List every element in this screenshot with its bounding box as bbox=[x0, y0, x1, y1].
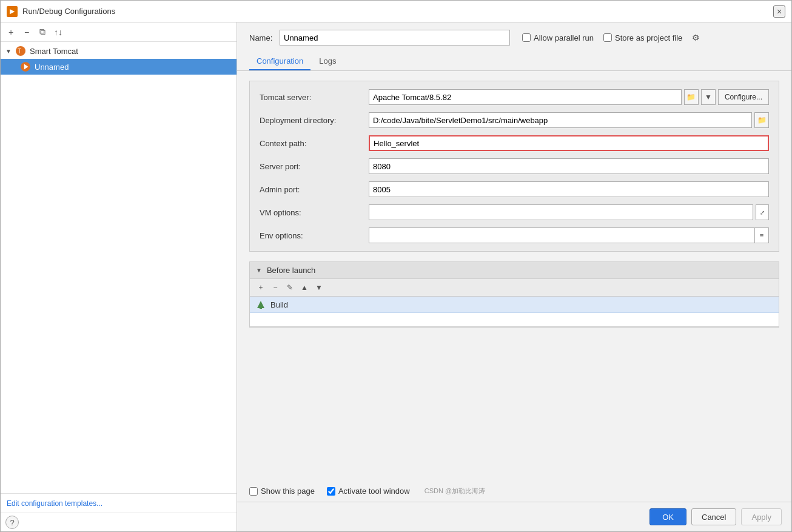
add-config-button[interactable]: + bbox=[4, 25, 18, 39]
env-options-row: Env options: ≡ bbox=[260, 227, 769, 244]
dialog-title: Run/Debug Configurations bbox=[22, 7, 773, 16]
ok-button[interactable]: OK bbox=[649, 508, 686, 525]
tree-item-unnamed[interactable]: Unnamed bbox=[1, 59, 237, 75]
vm-options-row: VM options: ⤢ bbox=[260, 204, 769, 221]
config-item-icon bbox=[20, 61, 31, 72]
right-panel: Name: Allow parallel run Store as projec… bbox=[237, 22, 791, 531]
before-launch-list: Build bbox=[250, 297, 779, 327]
show-page-label: Show this page bbox=[261, 487, 315, 496]
tabs-bar: Configuration Logs bbox=[237, 53, 791, 71]
expand-arrow-icon: ▼ bbox=[5, 48, 15, 55]
build-icon bbox=[256, 300, 266, 309]
tree-group-tomcat: ▼ T Smart Tomcat Unnamed bbox=[1, 42, 237, 76]
tab-logs[interactable]: Logs bbox=[312, 53, 343, 70]
before-launch-item[interactable]: Build bbox=[250, 297, 779, 313]
app-icon: ▶ bbox=[7, 6, 18, 17]
tab-configuration[interactable]: Configuration bbox=[249, 53, 310, 70]
tomcat-server-input-group: 📁 ▼ Configure... bbox=[369, 89, 769, 105]
watermark: CSDN @加勒比海涛 bbox=[425, 487, 485, 496]
env-edit-button[interactable]: ≡ bbox=[754, 227, 769, 243]
tree-item-label: Unnamed bbox=[35, 62, 69, 72]
configure-button[interactable]: Configure... bbox=[718, 89, 769, 105]
help-button[interactable]: ? bbox=[5, 516, 19, 529]
cancel-button[interactable]: Cancel bbox=[691, 508, 736, 525]
context-path-input[interactable] bbox=[369, 135, 769, 151]
allow-parallel-checkbox[interactable] bbox=[522, 33, 531, 42]
gear-button[interactable]: ⚙ bbox=[692, 33, 700, 42]
form-area: Tomcat server: 📁 ▼ Configure... Deployme… bbox=[237, 71, 791, 480]
server-port-input[interactable] bbox=[369, 158, 769, 174]
vm-options-group: ⤢ bbox=[369, 204, 769, 220]
vm-expand-button[interactable]: ⤢ bbox=[756, 204, 769, 220]
activate-window-checkbox[interactable] bbox=[327, 487, 335, 496]
remove-config-button[interactable]: − bbox=[20, 25, 33, 39]
vm-options-label: VM options: bbox=[260, 208, 369, 217]
bl-down-button[interactable]: ▼ bbox=[313, 281, 325, 294]
sidebar-footer: Edit configuration templates... bbox=[1, 493, 237, 513]
before-launch-header[interactable]: ▼ Before launch bbox=[250, 262, 779, 279]
before-launch-section: ▼ Before launch + − ✎ ▲ ▼ bbox=[249, 261, 779, 328]
tomcat-dropdown-button[interactable]: ▼ bbox=[701, 89, 716, 105]
deployment-dir-input[interactable] bbox=[369, 112, 752, 128]
vm-options-input[interactable] bbox=[369, 204, 753, 220]
deployment-dir-row: Deployment directory: 📁 bbox=[260, 112, 769, 129]
apply-button[interactable]: Apply bbox=[741, 508, 782, 525]
tomcat-server-input[interactable] bbox=[369, 89, 682, 105]
activate-window-checkbox-label[interactable]: Activate tool window bbox=[327, 487, 410, 496]
store-project-label[interactable]: Store as project file bbox=[603, 33, 682, 42]
activate-window-label: Activate tool window bbox=[338, 487, 410, 496]
context-path-row: Context path: bbox=[260, 135, 769, 152]
tomcat-icon: T bbox=[15, 45, 26, 56]
store-project-checkbox[interactable] bbox=[603, 33, 612, 42]
server-port-row: Server port: bbox=[260, 158, 769, 175]
tree-group-label: Smart Tomcat bbox=[30, 47, 78, 56]
tomcat-folder-button[interactable]: 📁 bbox=[684, 89, 699, 105]
show-page-checkbox[interactable] bbox=[249, 487, 258, 496]
svg-rect-5 bbox=[260, 307, 262, 309]
copy-config-button[interactable]: ⧉ bbox=[36, 25, 49, 39]
bl-add-button[interactable]: + bbox=[255, 281, 267, 294]
env-options-group: ≡ bbox=[369, 227, 769, 243]
tomcat-server-row: Tomcat server: 📁 ▼ Configure... bbox=[260, 89, 769, 106]
deployment-dir-label: Deployment directory: bbox=[260, 116, 369, 125]
sort-config-button[interactable]: ↑↓ bbox=[52, 25, 65, 39]
config-section: Tomcat server: 📁 ▼ Configure... Deployme… bbox=[249, 81, 779, 252]
tree-group-header[interactable]: ▼ T Smart Tomcat bbox=[1, 43, 237, 59]
env-options-input[interactable] bbox=[369, 227, 754, 243]
before-launch-label: Before launch bbox=[267, 266, 315, 275]
name-row: Name: Allow parallel run Store as projec… bbox=[237, 22, 791, 50]
title-bar: ▶ Run/Debug Configurations × bbox=[1, 1, 791, 22]
sidebar-toolbar: + − ⧉ ↑↓ bbox=[1, 22, 237, 42]
close-button[interactable]: × bbox=[773, 5, 785, 18]
deployment-folder-button[interactable]: 📁 bbox=[754, 112, 769, 128]
sidebar-help: ? bbox=[1, 513, 237, 531]
admin-port-label: Admin port: bbox=[260, 185, 369, 194]
context-path-label: Context path: bbox=[260, 139, 369, 148]
bl-remove-button[interactable]: − bbox=[269, 281, 281, 294]
sidebar: + − ⧉ ↑↓ ▼ T Smart Tomcat bbox=[1, 22, 237, 531]
build-item-label: Build bbox=[270, 300, 288, 309]
run-debug-dialog: ▶ Run/Debug Configurations × + − ⧉ ↑↓ ▼ bbox=[0, 0, 792, 532]
main-content: + − ⧉ ↑↓ ▼ T Smart Tomcat bbox=[1, 22, 791, 531]
before-launch-toolbar: + − ✎ ▲ ▼ bbox=[250, 279, 779, 297]
admin-port-row: Admin port: bbox=[260, 181, 769, 198]
bottom-checkboxes: Show this page Activate tool window CSDN… bbox=[237, 480, 791, 502]
name-label: Name: bbox=[249, 33, 274, 42]
server-port-label: Server port: bbox=[260, 162, 369, 171]
deployment-dir-input-group: 📁 bbox=[369, 112, 769, 128]
edit-templates-link[interactable]: Edit configuration templates... bbox=[7, 499, 102, 508]
bl-edit-button[interactable]: ✎ bbox=[284, 281, 296, 294]
name-input[interactable] bbox=[280, 30, 510, 45]
show-page-checkbox-label[interactable]: Show this page bbox=[249, 487, 315, 496]
name-options: Allow parallel run Store as project file… bbox=[522, 33, 700, 42]
allow-parallel-label[interactable]: Allow parallel run bbox=[522, 33, 594, 42]
bottom-buttons: OK Cancel Apply bbox=[237, 502, 791, 531]
tomcat-server-label: Tomcat server: bbox=[260, 93, 369, 102]
admin-port-input[interactable] bbox=[369, 181, 769, 197]
svg-text:T: T bbox=[18, 48, 21, 55]
before-launch-arrow-icon: ▼ bbox=[256, 267, 262, 274]
env-options-label: Env options: bbox=[260, 231, 369, 240]
bl-up-button[interactable]: ▲ bbox=[298, 281, 310, 294]
sidebar-tree: ▼ T Smart Tomcat Unnamed bbox=[1, 42, 237, 493]
